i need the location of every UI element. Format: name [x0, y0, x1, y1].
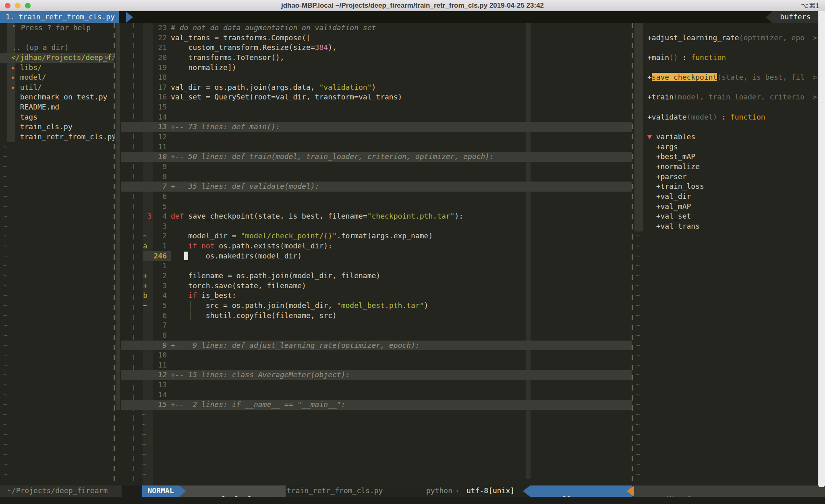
- buffers-label[interactable]: buffers: [772, 11, 819, 24]
- folded-line[interactable]: 15+-- 2 lines: if __name__ == "__main__"…: [121, 400, 632, 410]
- code-line[interactable]: 11: [121, 360, 632, 370]
- tilde-line: ~: [633, 241, 819, 251]
- tag-item[interactable]: ▼ variables: [633, 132, 819, 142]
- tree-item[interactable]: [0, 33, 114, 43]
- text-segment: if: [188, 291, 197, 300]
- text-segment: not: [201, 242, 215, 250]
- tag-item[interactable]: +train_loss: [633, 182, 819, 192]
- tree-item[interactable]: benchmark_on_test.py: [0, 92, 114, 102]
- tree-item[interactable]: ▸ util/: [0, 83, 114, 93]
- code-line[interactable]: _34def save_checkpoint(state, is_best, f…: [121, 211, 632, 221]
- code-line[interactable]: 3: [121, 221, 632, 231]
- code-line[interactable]: 23# do not do data augmentation on valid…: [121, 23, 632, 33]
- code-line[interactable]: 8: [121, 172, 632, 182]
- text-segment: +parser: [647, 172, 687, 181]
- code-line[interactable]: 12: [121, 132, 632, 142]
- editor-scrollbar[interactable]: [116, 23, 120, 410]
- tag-item[interactable]: +val_trans: [633, 221, 819, 231]
- tilde-line: ~: [0, 311, 114, 321]
- code-line[interactable]: 6: [121, 192, 632, 202]
- code-line[interactable]: 5: [121, 202, 632, 212]
- tree-root-path[interactable]: </jdhao/Projects/deep_firear>: [0, 53, 114, 63]
- code-line[interactable]: 14: [121, 390, 632, 400]
- tag-item[interactable]: +normalize: [633, 162, 819, 172]
- code-line[interactable]: ~2 model_dir = "model/check_point/{}".fo…: [121, 231, 632, 241]
- code-line[interactable]: 6 │ shutil.copyfile(filename, src): [121, 311, 632, 321]
- code-line[interactable]: 18: [121, 72, 632, 83]
- text-segment: (model, train_loader, criterio: [674, 93, 804, 101]
- folded-line[interactable]: 10+-- 50 lines: def train(model, train_l…: [121, 152, 632, 162]
- command-line[interactable]: [0, 497, 825, 504]
- line-text: │ src = os.path.join(model_dir, "model_b…: [171, 301, 428, 311]
- tag-item[interactable]: +main() : function: [633, 53, 819, 63]
- code-line[interactable]: 19 normalize]): [121, 63, 632, 73]
- text-segment: src = os.path.join(model_dir,: [193, 301, 337, 310]
- window-separator[interactable]: [632, 23, 633, 485]
- code-line[interactable]: 9: [121, 162, 632, 172]
- tag-spacer: [633, 122, 819, 132]
- tag-item[interactable]: +val_mAP: [633, 202, 819, 212]
- line-text: if is_best:: [171, 291, 236, 301]
- text-segment: val_set = QuerySet(root=val_dir, transfo…: [171, 93, 402, 101]
- tree-item[interactable]: .. (up a dir): [0, 43, 114, 53]
- code-line[interactable]: 7: [121, 320, 632, 330]
- tree-item[interactable]: ▸ model/: [0, 72, 114, 83]
- line-number: 4: [150, 211, 167, 221]
- code-line[interactable]: 16val_set = QuerySet(root=val_dir, trans…: [121, 92, 632, 102]
- code-line[interactable]: 14: [121, 112, 632, 122]
- tilde-line: ~: [0, 221, 114, 231]
- folded-line[interactable]: 12+-- 15 lines: class AverageMeter(objec…: [121, 370, 632, 380]
- folded-line[interactable]: 9+-- 9 lines: def adjust_learning_rate(o…: [121, 341, 632, 351]
- text-segment: # do not do data augmentation on validat…: [171, 23, 376, 32]
- line-text: # do not do data augmentation on validat…: [171, 23, 376, 33]
- code-line[interactable]: 8: [121, 330, 632, 341]
- code-line[interactable]: 10: [121, 350, 632, 360]
- tag-item[interactable]: +train(model, train_loader, criterio>: [633, 92, 819, 102]
- code-line[interactable]: 21 custom_transform.Resize(size=384),: [121, 43, 632, 53]
- tilde-line: ~: [0, 450, 114, 460]
- editor-pane: 23# do not do data augmentation on valid…: [114, 23, 632, 485]
- folded-line[interactable]: 7+-- 35 lines: def validate(model):: [121, 182, 632, 192]
- code-line[interactable]: +2 filename = os.path.join(model_dir, fi…: [121, 271, 632, 281]
- line-text: +-- 2 lines: if __name__ == "__main__":: [171, 400, 345, 410]
- tag-item[interactable]: +save_checkpoint(state, is_best, fil>: [633, 72, 819, 83]
- code-line[interactable]: +3 torch.save(state, filename): [121, 281, 632, 291]
- code-line[interactable]: b4 if is_best:: [121, 291, 632, 301]
- code-line[interactable]: 1: [121, 261, 632, 271]
- text-segment: +val_dir: [647, 192, 691, 200]
- folded-line[interactable]: 13+-- 73 lines: def main():: [121, 122, 632, 132]
- tag-item[interactable]: +val_set: [633, 211, 819, 221]
- code-line[interactable]: 246 os.makedirs(model_dir): [121, 251, 632, 261]
- code-line[interactable]: 11: [121, 142, 632, 152]
- tag-item[interactable]: +val_dir: [633, 192, 819, 202]
- code-line[interactable]: 22val_trans = transforms.Compose([: [121, 33, 632, 43]
- tree-item[interactable]: " Press ? for help: [0, 23, 114, 33]
- scrollbar[interactable]: [818, 11, 825, 487]
- code-line[interactable]: a1 if not os.path.exists(model_dir):: [121, 241, 632, 251]
- tree-item[interactable]: train_retr_from_cls.py: [0, 132, 114, 142]
- text-segment: is_best:: [197, 291, 236, 300]
- code-line[interactable]: 13: [121, 380, 632, 390]
- tab-active-buffer[interactable]: 1. train_retr_from_cls.py: [0, 11, 119, 24]
- code-line[interactable]: ~5 │ src = os.path.join(model_dir, "mode…: [121, 301, 632, 311]
- line-text: transforms.ToTensor(),: [171, 53, 284, 63]
- code-line[interactable]: 15: [121, 102, 632, 112]
- tag-item[interactable]: +validate(model) : function: [633, 112, 819, 122]
- tree-item[interactable]: ▸ libs/: [0, 63, 114, 73]
- tag-item[interactable]: +args: [633, 142, 819, 152]
- tree-item[interactable]: train_cls.py: [0, 122, 114, 132]
- text-segment: shutil.copyfile(filename, src): [193, 311, 337, 320]
- text-segment: 384: [315, 43, 328, 52]
- text-segment: libs/: [20, 63, 42, 72]
- text-segment: os.path.exists(model_dir):: [214, 242, 332, 250]
- text-segment: custom_transform.Resize(size=: [171, 43, 315, 52]
- code-line[interactable]: 20 transforms.ToTensor(),: [121, 53, 632, 63]
- tree-item[interactable]: tags: [0, 112, 114, 122]
- tag-item[interactable]: +parser: [633, 172, 819, 182]
- tag-item[interactable]: +best_mAP: [633, 152, 819, 162]
- code-line[interactable]: 17val_dir = os.path.join(args.data, "val…: [121, 83, 632, 93]
- tag-item[interactable]: +adjust_learning_rate(optimizer, epo>: [633, 33, 819, 43]
- tilde-line: ~: [633, 410, 819, 420]
- tilde-line: ~: [121, 430, 632, 440]
- tree-item[interactable]: README.md: [0, 102, 114, 112]
